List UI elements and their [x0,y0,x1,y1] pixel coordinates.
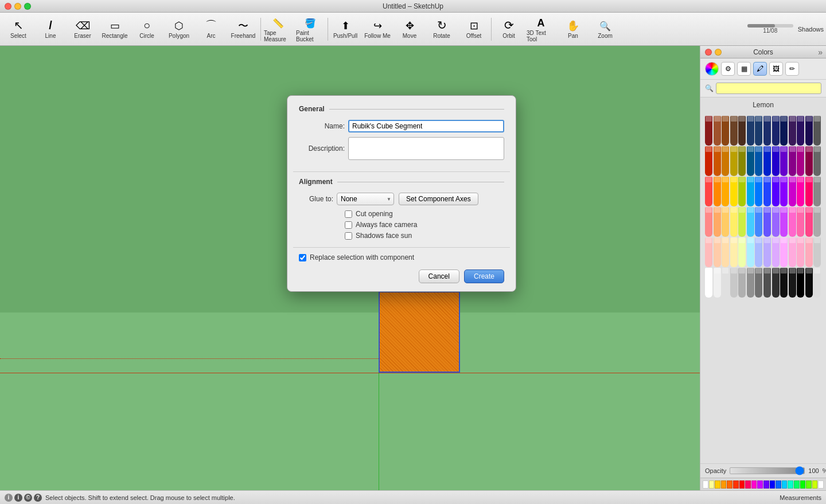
crayon-56[interactable] [705,237,712,267]
crayon-45[interactable] [730,207,738,237]
crayon-9[interactable] [780,116,788,146]
swatch-14[interactable] [788,480,793,489]
swatch-16[interactable] [800,480,806,489]
crayon-82[interactable] [805,268,813,298]
tool-3dtext[interactable]: 3D Text Tool [525,14,557,44]
maximize-button[interactable] [24,3,31,10]
crayon-61[interactable] [747,237,754,267]
crayon-23[interactable] [780,146,788,176]
always-face-checkbox[interactable] [345,221,352,229]
colors-tab-image[interactable]: 🖼 [769,62,783,76]
crayon-7[interactable] [763,116,771,146]
colors-tab-pencil[interactable]: ✏ [785,62,799,76]
crayon-75[interactable] [747,268,754,298]
crayon-2[interactable] [722,116,729,146]
swatch-0[interactable] [703,480,708,489]
swatch-19[interactable] [818,480,824,489]
crayon-77[interactable] [763,268,771,298]
tool-tape[interactable]: Tape Measure [262,14,294,44]
status-icon-help[interactable]: ? [34,494,42,502]
close-button[interactable] [5,3,11,10]
swatch-18[interactable] [812,480,818,489]
crayon-38[interactable] [789,177,796,206]
crayon-47[interactable] [747,207,754,237]
crayon-35[interactable] [763,177,771,206]
crayon-51[interactable] [780,207,788,237]
crayon-41[interactable] [813,177,821,206]
tool-select[interactable]: Select [2,14,34,44]
colors-search-input[interactable] [716,83,821,94]
swatch-10[interactable] [763,480,769,489]
colors-tab-crayons[interactable]: 🖍 [753,62,767,76]
crayon-48[interactable] [755,207,762,237]
swatch-7[interactable] [745,480,751,489]
colors-tab-palette[interactable]: ▦ [737,62,751,76]
crayon-37[interactable] [780,177,788,206]
minimize-button[interactable] [14,3,21,10]
tool-rotate[interactable]: Rotate [426,14,458,44]
crayon-26[interactable] [805,146,813,176]
crayon-24[interactable] [789,146,796,176]
swatch-13[interactable] [782,480,788,489]
crayon-78[interactable] [772,268,780,298]
crayon-71[interactable] [714,268,721,298]
crayon-8[interactable] [772,116,780,146]
crayon-22[interactable] [772,146,780,176]
crayon-76[interactable] [755,268,762,298]
crayon-55[interactable] [813,207,821,237]
swatch-9[interactable] [757,480,763,489]
crayon-21[interactable] [763,146,771,176]
crayon-14[interactable] [705,146,712,176]
tool-follow[interactable]: Follow Me [361,14,393,44]
crayon-57[interactable] [714,237,721,267]
cancel-button[interactable]: Cancel [419,269,459,283]
tool-move[interactable]: Move [393,14,426,44]
swatch-17[interactable] [806,480,812,489]
colors-min-button[interactable] [715,49,722,56]
name-input[interactable] [348,120,504,132]
crayon-34[interactable] [755,177,762,206]
crayon-15[interactable] [714,146,721,176]
crayon-69[interactable] [813,237,821,267]
crayon-20[interactable] [755,146,762,176]
canvas[interactable]: General Name: Description: [0,46,700,490]
crayon-58[interactable] [722,237,729,267]
tool-polygon[interactable]: Polygon [163,14,195,44]
colors-close-button[interactable] [705,49,712,56]
tool-line[interactable]: Line [34,14,67,44]
crayon-49[interactable] [763,207,771,237]
tool-pushpull[interactable]: Push/Pull [329,14,361,44]
crayon-18[interactable] [738,146,746,176]
crayon-60[interactable] [738,237,746,267]
set-axes-button[interactable]: Set Component Axes [399,193,478,205]
crayon-10[interactable] [789,116,796,146]
tool-orbit[interactable]: Orbit [493,14,525,44]
crayon-39[interactable] [797,177,804,206]
crayon-19[interactable] [747,146,754,176]
crayon-4[interactable] [738,116,746,146]
crayon-65[interactable] [780,237,788,267]
crayon-79[interactable] [780,268,788,298]
crayon-31[interactable] [730,177,738,206]
crayon-5[interactable] [747,116,754,146]
opacity-slider[interactable] [730,467,805,474]
glue-to-select[interactable]: None Any Horizontal Vertical Sloped [337,193,394,205]
crayon-28[interactable] [705,177,712,206]
crayon-72[interactable] [722,268,729,298]
crayon-42[interactable] [705,207,712,237]
swatch-1[interactable] [709,480,715,489]
crayon-36[interactable] [772,177,780,206]
tool-rectangle[interactable]: Rectangle [99,14,131,44]
description-input[interactable] [348,137,504,160]
status-icon-creative[interactable]: i [14,494,22,502]
tool-pan[interactable]: Pan [557,14,589,44]
status-icon-cc[interactable]: © [24,494,32,502]
tool-offset[interactable]: Offset [458,14,490,44]
crayon-1[interactable] [714,116,721,146]
crayon-83[interactable] [813,268,821,298]
crayon-11[interactable] [797,116,804,146]
crayon-44[interactable] [722,207,729,237]
crayon-66[interactable] [789,237,796,267]
crayon-32[interactable] [738,177,746,206]
crayon-50[interactable] [772,207,780,237]
